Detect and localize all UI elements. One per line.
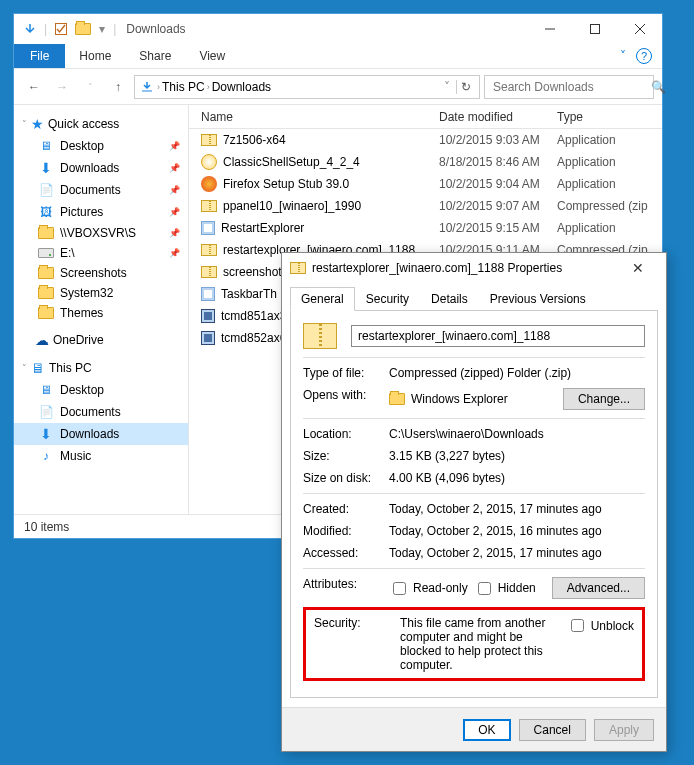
close-button[interactable] [617,15,662,43]
apply-button[interactable]: Apply [594,719,654,741]
sidebar-item[interactable]: 🖥Desktop [14,379,188,401]
sidebar-item[interactable]: 🖼Pictures📌 [14,201,188,223]
col-type[interactable]: Type [557,110,662,124]
readonly-checkbox[interactable]: Read-only [389,579,468,598]
modified-value: Today, October 2, 2015, 16 minutes ago [389,524,645,538]
sidebar-item[interactable]: Themes [14,303,188,323]
props-close-button[interactable]: ✕ [618,260,658,276]
svg-rect-2 [590,25,599,34]
zip-icon [290,262,306,274]
zip-icon [201,266,217,278]
sidebar-thispc-label: This PC [49,361,92,375]
file-type: Compressed (zip [557,199,662,213]
sidebar-thispc[interactable]: ˅🖥This PC [14,357,188,379]
sidebar-item[interactable]: ⬇Downloads [14,423,188,445]
up-button[interactable]: ↑ [106,75,130,99]
app-icon [201,154,217,170]
refresh-icon[interactable]: ↻ [456,80,475,94]
sidebar-item[interactable]: ⬇Downloads📌 [14,157,188,179]
tab-general[interactable]: General [290,287,355,311]
crumb-downloads[interactable]: Downloads [212,80,271,94]
file-name: screenshot [223,265,282,279]
file-row[interactable]: ClassicShellSetup_4_2_48/18/2015 8:46 AM… [189,151,662,173]
crumb-history-icon[interactable]: ˅ [444,80,450,94]
file-name: ppanel10_[winaero]_1990 [223,199,361,213]
file-name: TaskbarTh [221,287,277,301]
filename-input[interactable] [351,325,645,347]
props-footer: OK Cancel Apply [282,707,666,751]
col-date[interactable]: Date modified [439,110,557,124]
file-type: Application [557,133,662,147]
sidebar-item[interactable]: 📄Documents [14,401,188,423]
created-value: Today, October 2, 2015, 17 minutes ago [389,502,645,516]
sidebar-item-label: Music [60,449,91,463]
tab-security[interactable]: Security [355,287,420,311]
ribbon-home-tab[interactable]: Home [65,45,125,67]
file-row[interactable]: RestartExplorer10/2/2015 9:15 AMApplicat… [189,217,662,239]
sidebar-onedrive-label: OneDrive [53,333,104,347]
sidebar-item[interactable]: 🖥Desktop📌 [14,135,188,157]
ribbon: File Home Share View ˅ ? [14,44,662,69]
qat-overflow-icon[interactable]: ▾ [97,22,107,36]
search-icon[interactable]: 🔍 [651,80,666,94]
sidebar-quickaccess[interactable]: ˅★Quick access [14,113,188,135]
advanced-button[interactable]: Advanced... [552,577,645,599]
file-row[interactable]: 7z1506-x6410/2/2015 9:03 AMApplication [189,129,662,151]
sidebar-item[interactable]: 📄Documents📌 [14,179,188,201]
tab-previous-versions[interactable]: Previous Versions [479,287,597,311]
location-value: C:\Users\winaero\Downloads [389,427,645,441]
recent-dropdown[interactable]: ˅ [78,75,102,99]
sidebar-item[interactable]: \\VBOXSVR\S📌 [14,223,188,243]
ribbon-file-tab[interactable]: File [14,44,65,68]
sidebar-item[interactable]: Screenshots [14,263,188,283]
file-type-icon [303,323,337,349]
change-button[interactable]: Change... [563,388,645,410]
security-section: Security: This file came from another co… [303,607,645,681]
forward-button[interactable]: → [50,75,74,99]
file-row[interactable]: ppanel10_[winaero]_199010/2/2015 9:07 AM… [189,195,662,217]
tab-details[interactable]: Details [420,287,479,311]
folder-icon [38,267,54,279]
app-icon [201,176,217,192]
back-button[interactable]: ← [22,75,46,99]
qat-check-icon[interactable] [53,21,69,37]
app-icon [201,221,215,235]
help-icon[interactable]: ? [636,48,652,64]
location-label: Location: [303,427,381,441]
app-icon [201,309,215,323]
maximize-button[interactable] [572,15,617,43]
hidden-checkbox[interactable]: Hidden [474,579,536,598]
search-box[interactable]: 🔍 [484,75,654,99]
sidebar-onedrive[interactable]: ☁OneDrive [14,329,188,351]
downloads-icon [139,79,155,95]
hidden-label: Hidden [498,581,536,595]
file-date: 10/2/2015 9:04 AM [439,177,557,191]
col-name[interactable]: Name [189,110,439,124]
file-type: Application [557,155,662,169]
file-row[interactable]: Firefox Setup Stub 39.010/2/2015 9:04 AM… [189,173,662,195]
created-label: Created: [303,502,381,516]
qat-folder-icon[interactable] [75,23,91,35]
properties-dialog: restartexplorer_[winaero.com]_1188 Prope… [281,252,667,752]
sidebar-item[interactable]: ♪Music [14,445,188,467]
cancel-button[interactable]: Cancel [519,719,586,741]
music-icon: ♪ [38,448,54,464]
sidebar-item[interactable]: E:\📌 [14,243,188,263]
crumb-thispc[interactable]: This PC [162,80,205,94]
ribbon-expand-icon[interactable]: ˅ [620,49,626,63]
ribbon-view-tab[interactable]: View [185,45,239,67]
minimize-button[interactable] [527,15,572,43]
qat-separator: | [44,22,47,36]
desktop-icon: 🖥 [38,382,54,398]
ribbon-share-tab[interactable]: Share [125,45,185,67]
breadcrumb[interactable]: › This PC › Downloads ˅ ↻ [134,75,480,99]
search-input[interactable] [491,79,645,95]
tab-body: Type of file:Compressed (zipped) Folder … [290,310,658,698]
ok-button[interactable]: OK [463,719,510,741]
sidebar: ˅★Quick access 🖥Desktop📌⬇Downloads📌📄Docu… [14,105,189,514]
qat-down-icon[interactable] [22,21,38,37]
sidebar-item-label: Downloads [60,161,119,175]
address-bar: ← → ˅ ↑ › This PC › Downloads ˅ ↻ 🔍 [14,69,662,105]
unblock-checkbox[interactable]: Unblock [567,616,634,635]
sidebar-item[interactable]: System32 [14,283,188,303]
